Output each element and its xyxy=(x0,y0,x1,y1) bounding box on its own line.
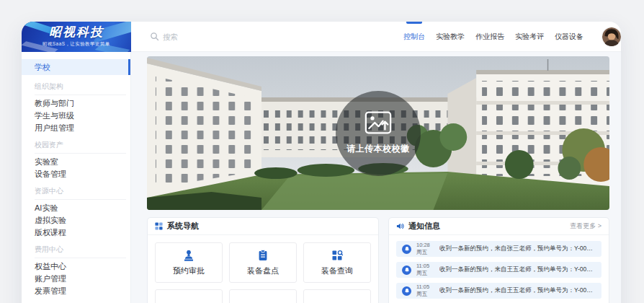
upload-school-badge-button[interactable]: 请上传本校校徽 xyxy=(336,91,421,176)
view-more-link[interactable]: 查看更多 > xyxy=(570,221,601,231)
system-nav-card[interactable] xyxy=(155,289,223,303)
top-nav-label: 实验教学 xyxy=(436,32,465,42)
upload-image-icon xyxy=(365,111,392,137)
system-nav-panel: 系统导航 预约审批 装备盘点 装备查询 xyxy=(147,217,379,303)
sidebar-section: 费用中心 权益中心账户管理发票管理 xyxy=(22,245,130,297)
sidebar-section: 资源中心 AI实验虚拟实验版权课程 xyxy=(22,186,130,238)
sidebar-section: 校园资产 实验室设备管理 xyxy=(22,140,130,180)
system-nav-card[interactable] xyxy=(229,289,297,303)
notice-time: 10:28 xyxy=(416,242,430,248)
top-nav: 控制台 实验教学 作业报告 实验考评 仪器设备 xyxy=(403,22,596,51)
notice-header: 通知信息 查看更多 > xyxy=(389,218,609,235)
sidebar-sections: 组织架构 教师与部门学生与班级用户组管理 校园资产 实验室设备管理 资源中心 A… xyxy=(22,82,130,303)
sidebar-section-items: 教师与部门学生与班级用户组管理 xyxy=(22,98,130,133)
sidebar-section-title: 费用中心 xyxy=(22,245,130,254)
sidebar-item[interactable]: 教师与部门 xyxy=(22,98,130,109)
bell-icon xyxy=(402,286,411,296)
stamp-icon xyxy=(182,249,195,262)
notice-row[interactable]: 11:05周五 收到一条新的预约，来自王五老师，预约单号为：Y-0056，请尽快… xyxy=(396,262,601,278)
system-nav-card-label: 预约审批 xyxy=(173,265,205,276)
notice-text: 收到一条新的预约，来自王五老师，预约单号为：Y-0056，请尽快处理。 xyxy=(439,286,596,295)
notice-row[interactable]: 10:28周五 收到一条新的预约，来自张三老师，预约单号为：Y-0044，请尽快… xyxy=(396,241,601,257)
notice-day: 周五 xyxy=(416,249,427,255)
top-nav-item[interactable]: 仪器设备 xyxy=(555,22,583,51)
notice-row[interactable]: 11:05周五 收到一条新的预约，来自王五老师，预约单号为：Y-0056，请尽快… xyxy=(396,283,601,299)
campus-hero-banner: 请上传本校校徽 xyxy=(147,56,609,210)
grid-icon xyxy=(155,220,163,233)
desktop-background: { "brand": { "name": "昭视科技", "tagline": … xyxy=(0,0,644,303)
notice-panel: 通知信息 查看更多 > 10:28周五 收到一条新的预约，来自张三老师，预约单号… xyxy=(388,217,609,303)
search-icon xyxy=(150,32,159,41)
top-nav-item[interactable]: 实验考评 xyxy=(515,22,544,51)
divider xyxy=(35,258,126,258)
divider xyxy=(35,199,126,200)
system-nav-card[interactable]: 装备查询 xyxy=(303,242,371,283)
top-nav-item[interactable]: 作业报告 xyxy=(475,22,504,51)
system-nav-cards: 预约审批 装备盘点 装备查询 xyxy=(148,235,378,303)
system-nav-header: 系统导航 xyxy=(148,218,378,235)
sidebar-item[interactable]: AI实验 xyxy=(22,203,130,214)
sidebar-item-school-active[interactable]: 学校 xyxy=(22,59,130,75)
notice-time: 11:05 xyxy=(416,284,429,290)
divider xyxy=(35,153,126,154)
top-nav-label: 控制台 xyxy=(403,32,425,42)
sidebar-item[interactable]: 用户组管理 xyxy=(22,123,130,133)
sidebar-section-title: 校园资产 xyxy=(22,140,130,149)
sidebar-item[interactable]: 发票管理 xyxy=(22,286,130,297)
speaker-icon xyxy=(396,220,404,233)
system-nav-card-label: 装备盘点 xyxy=(247,265,279,276)
app-body: 学校 组织架构 教师与部门学生与班级用户组管理 校园资产 实验室设备管理 资源中… xyxy=(22,52,621,303)
dashboard-panels: 系统导航 预约审批 装备盘点 装备查询 xyxy=(147,217,609,303)
notice-time: 11:05 xyxy=(416,263,429,269)
sidebar-item[interactable]: 设备管理 xyxy=(22,169,130,180)
notice-day: 周五 xyxy=(416,291,427,297)
sidebar-item[interactable]: 权益中心 xyxy=(22,261,130,272)
notice-day: 周五 xyxy=(416,270,427,276)
system-nav-card-label: 装备查询 xyxy=(321,265,353,276)
system-nav-title: 系统导航 xyxy=(167,221,199,232)
sidebar-section-items: 权益中心账户管理发票管理 xyxy=(22,261,130,297)
notice-text: 收到一条新的预约，来自张三老师，预约单号为：Y-0044，请尽快处理。 xyxy=(439,245,596,253)
divider xyxy=(35,95,126,95)
top-nav-label: 仪器设备 xyxy=(555,32,583,42)
blocks-search-icon xyxy=(331,249,344,262)
sidebar: 学校 组织架构 教师与部门学生与班级用户组管理 校园资产 实验室设备管理 资源中… xyxy=(22,52,131,303)
search-box xyxy=(150,32,256,41)
app-header: 昭视科技 昭视SaaS，让实验教学更简单 控制台 实验教学 作业报告 实验考评 … xyxy=(22,22,621,52)
brand-logo[interactable]: 昭视科技 昭视SaaS，让实验教学更简单 xyxy=(22,22,131,52)
clipboard-icon xyxy=(256,249,269,262)
notice-text: 收到一条新的预约，来自王五老师，预约单号为：Y-0056，请尽快处理。 xyxy=(439,265,596,274)
system-nav-card[interactable]: 装备盘点 xyxy=(229,242,297,283)
sidebar-section-items: AI实验虚拟实验版权课程 xyxy=(22,203,130,238)
system-nav-card[interactable]: 预约审批 xyxy=(155,242,223,283)
sidebar-section: 组织架构 教师与部门学生与班级用户组管理 xyxy=(22,82,130,133)
top-nav-item[interactable]: 控制台 xyxy=(403,22,425,51)
bell-icon xyxy=(402,245,411,254)
main-content: 请上传本校校徽 系统导航 预约审批 装备盘点 装备查询 xyxy=(131,52,621,303)
sidebar-item[interactable]: 版权课程 xyxy=(22,227,130,238)
brand-name: 昭视科技 xyxy=(49,26,104,38)
sidebar-section-title: 组织架构 xyxy=(22,82,130,91)
brand-tagline: 昭视SaaS，让实验教学更简单 xyxy=(43,40,109,47)
sidebar-section-title: 资源中心 xyxy=(22,186,130,196)
user-avatar[interactable] xyxy=(602,27,621,46)
upload-label: 请上传本校校徽 xyxy=(346,143,410,155)
bell-icon xyxy=(402,265,411,275)
top-nav-label: 实验考评 xyxy=(515,32,544,42)
top-nav-item[interactable]: 实验教学 xyxy=(436,22,465,51)
sidebar-item[interactable]: 学生与班级 xyxy=(22,110,130,121)
top-nav-label: 作业报告 xyxy=(475,32,504,42)
sidebar-item[interactable]: 虚拟实验 xyxy=(22,215,130,226)
notice-list: 10:28周五 收到一条新的预约，来自张三老师，预约单号为：Y-0044，请尽快… xyxy=(389,235,609,303)
app-window: 昭视科技 昭视SaaS，让实验教学更简单 控制台 实验教学 作业报告 实验考评 … xyxy=(22,22,621,303)
sidebar-item[interactable]: 账户管理 xyxy=(22,273,130,284)
notice-title: 通知信息 xyxy=(408,221,440,232)
sidebar-section-items: 实验室设备管理 xyxy=(22,157,130,180)
search-input[interactable] xyxy=(163,32,256,41)
system-nav-card[interactable] xyxy=(303,289,371,303)
sidebar-item[interactable]: 实验室 xyxy=(22,157,130,167)
